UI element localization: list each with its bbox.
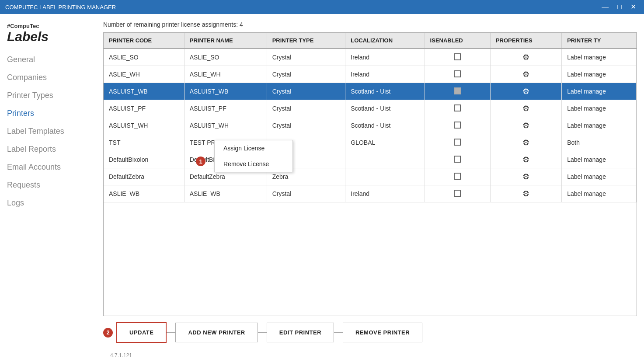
cell-enabled[interactable] [425, 100, 490, 117]
connector-3 [334, 332, 343, 333]
cell-label-type: Label manage [562, 168, 637, 185]
cell-properties[interactable]: ⚙ [490, 49, 561, 66]
context-menu-remove-license[interactable]: Remove License [215, 156, 292, 172]
cell-properties[interactable]: ⚙ [490, 83, 561, 100]
gear-icon[interactable]: ⚙ [522, 87, 529, 96]
table-row[interactable]: ASLUIST_WH ASLUIST_WH Crystal Scotland -… [104, 117, 637, 134]
window-controls: — □ ✕ [599, 3, 639, 10]
sidebar-item-requests[interactable]: Requests [0, 176, 96, 194]
cell-name: ASLIE_WB [184, 185, 267, 202]
cell-code: ASLIE_WH [104, 66, 184, 83]
cell-enabled[interactable] [425, 185, 490, 202]
checkbox-unchecked[interactable] [454, 122, 461, 129]
table-row[interactable]: ASLIE_WH ASLIE_WH Crystal Ireland ⚙ Labe… [104, 66, 637, 83]
cell-properties[interactable]: ⚙ [490, 134, 561, 151]
checkbox-unchecked[interactable] [454, 173, 461, 180]
col-properties: PROPERTIES [490, 33, 561, 49]
remove-printer-button[interactable]: REMOVE PRINTER [343, 323, 422, 342]
cell-properties[interactable]: ⚙ [490, 66, 561, 83]
cell-label-type: Label manage [562, 66, 637, 83]
license-info: Number of remaining printer license assi… [103, 21, 637, 28]
table-row[interactable]: ASLIE_WB ASLIE_WB Crystal Ireland ⚙ Labe… [104, 185, 637, 202]
gear-icon[interactable]: ⚙ [522, 53, 529, 62]
gear-icon[interactable]: ⚙ [522, 121, 529, 130]
sidebar-item-logs[interactable]: Logs [0, 194, 96, 212]
cell-properties[interactable]: ⚙ [490, 151, 561, 168]
sidebar-item-label-templates[interactable]: Label Templates [0, 122, 96, 140]
checkbox-unchecked[interactable] [454, 104, 461, 111]
badge-circle-2: 2 [103, 328, 113, 338]
cell-properties[interactable]: ⚙ [490, 185, 561, 202]
logo-brand: Labels [7, 29, 89, 44]
sidebar-item-companies[interactable]: Companies [0, 69, 96, 87]
edit-printer-button[interactable]: EDIT PRINTER [267, 323, 334, 342]
gear-icon[interactable]: ⚙ [522, 138, 529, 147]
sidebar-item-printer-types[interactable]: Printer Types [0, 87, 96, 104]
table-row[interactable]: TST TEST PRINTER Crystal GLOBAL ⚙ Both [104, 134, 637, 151]
table-row[interactable]: DefaultBixolon DefaultBixolon Bixolon ⚙ … [104, 151, 637, 168]
cell-properties[interactable]: ⚙ [490, 117, 561, 134]
cell-enabled[interactable] [425, 151, 490, 168]
close-button[interactable]: ✕ [628, 3, 639, 10]
title-bar: COMPUTEC LABEL PRINTING MANAGER — □ ✕ [0, 0, 644, 14]
cell-type: Crystal [267, 66, 345, 83]
col-localization: LOCALIZATION [345, 33, 425, 49]
table-row[interactable]: ASLUIST_PF ASLUIST_PF Crystal Scotland -… [104, 100, 637, 117]
checkbox-unchecked[interactable] [454, 190, 461, 197]
cell-code: ASLUIST_WH [104, 117, 184, 134]
add-new-printer-button[interactable]: ADD NEW PRINTER [175, 323, 258, 342]
checkbox-unchecked[interactable] [454, 53, 461, 60]
table-row[interactable]: ASLIE_SO ASLIE_SO Crystal Ireland ⚙ Labe… [104, 49, 637, 66]
cell-code: ASLUIST_PF [104, 100, 184, 117]
cell-enabled[interactable] [425, 66, 490, 83]
cell-enabled[interactable] [425, 117, 490, 134]
context-menu[interactable]: Assign License Remove License [214, 140, 293, 172]
cell-loc: Ireland [345, 66, 425, 83]
footer-buttons: 2 UPDATE ADD NEW PRINTER EDIT PRINTER RE… [103, 316, 637, 349]
checkbox-unchecked[interactable] [454, 156, 461, 163]
sidebar-item-printers[interactable]: Printers [0, 104, 96, 122]
cell-properties[interactable]: ⚙ [490, 100, 561, 117]
cell-loc: Scotland - Uist [345, 117, 425, 134]
printers-table-container[interactable]: PRINTER CODE PRINTER NAME PRINTER TYPE L… [103, 32, 637, 316]
cell-loc [345, 151, 425, 168]
cell-enabled[interactable] [425, 134, 490, 151]
maximize-button[interactable]: □ [615, 3, 624, 10]
checkbox-unchecked[interactable] [454, 139, 461, 146]
cell-loc: Ireland [345, 185, 425, 202]
cell-label-type: Label manage [562, 117, 637, 134]
cell-name: ASLIE_WH [184, 66, 267, 83]
gear-icon[interactable]: ⚙ [522, 70, 529, 79]
update-button[interactable]: UPDATE [116, 322, 167, 343]
connector-1 [167, 332, 175, 333]
cell-properties[interactable]: ⚙ [490, 168, 561, 185]
checkbox-checked[interactable] [454, 87, 461, 94]
sidebar-item-label-reports[interactable]: Label Reports [0, 140, 96, 158]
cell-name: ASLUIST_WH [184, 117, 267, 134]
gear-icon[interactable]: ⚙ [522, 155, 529, 164]
gear-icon[interactable]: ⚙ [522, 104, 529, 113]
cell-name: ASLUIST_WB [184, 83, 267, 100]
cell-enabled[interactable] [425, 49, 490, 66]
badge-circle-1: 1 [196, 157, 205, 166]
context-menu-assign-license[interactable]: Assign License [215, 140, 292, 156]
gear-icon[interactable]: ⚙ [522, 172, 529, 181]
checkbox-unchecked[interactable] [454, 70, 461, 77]
badge-1: 1 [196, 157, 209, 166]
table-row[interactable]: DefaultZebra DefaultZebra Zebra ⚙ Label … [104, 168, 637, 185]
cell-loc: Scotland - Uist [345, 100, 425, 117]
sidebar-item-email-accounts[interactable]: Email Accounts [0, 158, 96, 176]
cell-enabled[interactable] [425, 168, 490, 185]
cell-enabled[interactable] [425, 83, 490, 100]
table-row-selected[interactable]: ASLUIST_WB ASLUIST_WB Crystal Scotland -… [104, 83, 637, 100]
sidebar-nav: General Companies Printer Types Printers… [0, 51, 96, 212]
version-text: 4.7.1.121 [103, 349, 637, 362]
col-printer-type: PRINTER TYPE [267, 33, 345, 49]
cell-code: ASLUIST_WB [104, 83, 184, 100]
logo-hashtag: #CompuTec [7, 23, 89, 29]
sidebar-item-general[interactable]: General [0, 51, 96, 69]
minimize-button[interactable]: — [599, 3, 611, 10]
cell-loc: Ireland [345, 49, 425, 66]
gear-icon[interactable]: ⚙ [522, 189, 529, 198]
cell-label-type: Label manage [562, 151, 637, 168]
